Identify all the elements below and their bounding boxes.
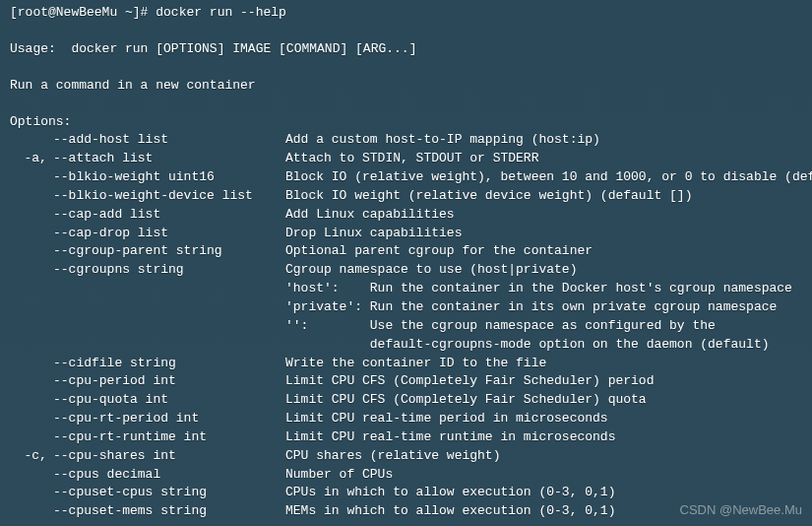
option-long-flag: --cpu-period int bbox=[53, 372, 285, 391]
option-description: '': Use the cgroup namespace as configur… bbox=[285, 317, 716, 336]
option-long-flag: --cgroup-parent string bbox=[53, 242, 285, 261]
option-description: MEMs in which to allow execution (0-3, 0… bbox=[285, 502, 615, 521]
option-row: -c, --cpu-shares intCPU shares (relative… bbox=[10, 447, 802, 466]
option-long-flag: --cpu-quota int bbox=[53, 391, 285, 410]
option-row: default-cgroupns-mode option on the daem… bbox=[10, 336, 802, 355]
option-row: --cpu-period intLimit CPU CFS (Completel… bbox=[10, 372, 802, 391]
option-description: 'private': Run the container in its own … bbox=[285, 298, 777, 317]
option-long-flag: --cpu-rt-period int bbox=[53, 410, 285, 428]
option-long-flag: --blkio-weight-device list bbox=[53, 187, 285, 206]
option-long-flag: --cpus decimal bbox=[53, 466, 285, 485]
option-description: Add Linux capabilities bbox=[285, 206, 455, 225]
option-row: --cidfile stringWrite the container ID t… bbox=[10, 355, 802, 373]
option-long-flag: --attach list bbox=[53, 150, 285, 168]
option-row: --blkio-weight uint16Block IO (relative … bbox=[10, 168, 802, 187]
option-long-flag: --cpuset-mems string bbox=[53, 502, 285, 521]
spacer bbox=[10, 23, 802, 40]
options-list: --add-host listAdd a custom host-to-IP m… bbox=[10, 131, 802, 521]
options-header: Options: bbox=[10, 113, 802, 132]
usage-line: Usage: docker run [OPTIONS] IMAGE [COMMA… bbox=[10, 40, 802, 59]
option-long-flag: --cpu-rt-runtime int bbox=[53, 428, 285, 447]
option-row: -a, --attach listAttach to STDIN, STDOUT… bbox=[10, 150, 802, 168]
option-short-flag: -c bbox=[10, 447, 39, 466]
option-row: --cgroupns stringCgroup namespace to use… bbox=[10, 261, 802, 280]
option-description: Add a custom host-to-IP mapping (host:ip… bbox=[285, 131, 600, 150]
option-row: --cap-add listAdd Linux capabilities bbox=[10, 206, 802, 225]
option-description: Limit CPU real-time period in microsecon… bbox=[285, 410, 608, 428]
option-description: Cgroup namespace to use (host|private) bbox=[285, 261, 577, 280]
option-description: Block IO (relative weight), between 10 a… bbox=[285, 168, 812, 187]
option-description: Limit CPU real-time runtime in microseco… bbox=[285, 428, 615, 447]
option-description: Number of CPUs bbox=[285, 466, 393, 485]
spacer bbox=[10, 96, 802, 113]
option-description: default-cgroupns-mode option on the daem… bbox=[285, 336, 769, 355]
option-row: --cgroup-parent stringOptional parent cg… bbox=[10, 242, 802, 261]
option-delimiter: , bbox=[39, 447, 53, 466]
option-long-flag: --cap-drop list bbox=[53, 225, 285, 243]
option-description: 'host': Run the container in the Docker … bbox=[285, 280, 792, 298]
option-row: --blkio-weight-device listBlock IO weigh… bbox=[10, 187, 802, 206]
option-description: CPU shares (relative weight) bbox=[285, 447, 500, 466]
option-delimiter: , bbox=[39, 150, 53, 168]
option-description: CPUs in which to allow execution (0-3, 0… bbox=[285, 484, 615, 502]
option-row: --cpu-quota intLimit CPU CFS (Completely… bbox=[10, 391, 802, 410]
option-short-flag: -a bbox=[10, 150, 39, 168]
option-long-flag: --cidfile string bbox=[53, 355, 285, 373]
option-row: --add-host listAdd a custom host-to-IP m… bbox=[10, 131, 802, 150]
option-description: Attach to STDIN, STDOUT or STDERR bbox=[285, 150, 538, 168]
option-long-flag: --cgroupns string bbox=[53, 261, 285, 280]
prompt-line: [root@NewBeeMu ~]# docker run --help bbox=[10, 4, 802, 23]
option-row: 'private': Run the container in its own … bbox=[10, 298, 802, 317]
option-description: Optional parent cgroup for the container bbox=[285, 242, 593, 261]
option-row: 'host': Run the container in the Docker … bbox=[10, 280, 802, 298]
option-long-flag: --cpuset-cpus string bbox=[53, 484, 285, 502]
option-long-flag: --cpu-shares int bbox=[53, 447, 285, 466]
option-description: Limit CPU CFS (Completely Fair Scheduler… bbox=[285, 372, 654, 391]
option-row: --cpu-rt-period intLimit CPU real-time p… bbox=[10, 410, 802, 428]
option-row: --cpu-rt-runtime intLimit CPU real-time … bbox=[10, 428, 802, 447]
description-line: Run a command in a new container bbox=[10, 77, 802, 96]
watermark: CSDN @NewBee.Mu bbox=[680, 501, 802, 520]
option-row: --cpus decimalNumber of CPUs bbox=[10, 466, 802, 485]
option-row: '': Use the cgroup namespace as configur… bbox=[10, 317, 802, 336]
option-description: Block IO weight (relative device weight)… bbox=[285, 187, 692, 206]
option-long-flag: --cap-add list bbox=[53, 206, 285, 225]
option-description: Limit CPU CFS (Completely Fair Scheduler… bbox=[285, 391, 647, 410]
option-long-flag: --blkio-weight uint16 bbox=[53, 168, 285, 187]
option-long-flag: --add-host list bbox=[53, 131, 285, 150]
option-row: --cap-drop listDrop Linux capabilities bbox=[10, 225, 802, 243]
option-description: Write the container ID to the file bbox=[285, 355, 546, 373]
spacer bbox=[10, 59, 802, 77]
option-row: --cpuset-cpus stringCPUs in which to all… bbox=[10, 484, 802, 502]
option-description: Drop Linux capabilities bbox=[285, 225, 462, 243]
